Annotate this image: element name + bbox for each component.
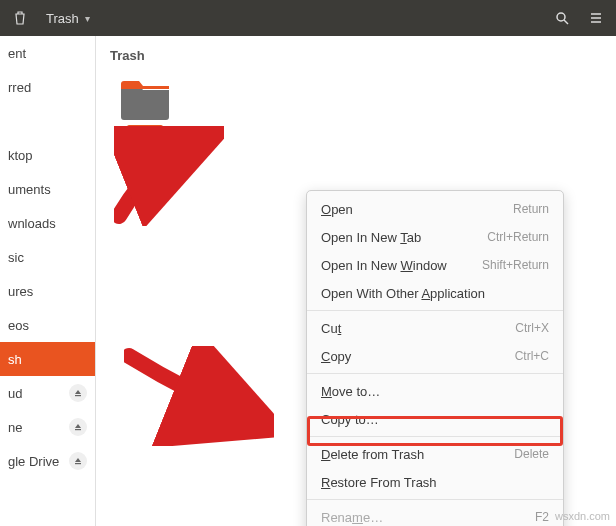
context-menu-label: Copy to… [321,412,379,427]
sidebar-item[interactable]: sic [0,240,95,274]
sidebar-item-label: eos [8,318,87,333]
path-bar[interactable]: Trash ▾ [40,9,96,28]
context-menu-item[interactable]: CopyCtrl+C [307,342,563,370]
menu-separator [307,436,563,437]
context-menu-accelerator: Ctrl+X [515,321,549,335]
sidebar-item[interactable]: ktop [0,138,95,172]
context-menu: OpenReturnOpen In New TabCtrl+ReturnOpen… [306,190,564,526]
context-menu-item[interactable]: Restore From Trash [307,468,563,496]
folder-icon [119,77,171,121]
back-button[interactable] [6,4,34,32]
context-menu-label: Open [321,202,353,217]
search-icon [555,11,569,25]
chevron-down-icon: ▾ [85,13,90,24]
sidebar-item[interactable]: wnloads [0,206,95,240]
context-menu-item[interactable]: Copy to… [307,405,563,433]
sidebar-item[interactable]: ent [0,36,95,70]
context-menu-label: Open In New Tab [321,230,421,245]
sidebar-item[interactable]: gle Drive [0,444,95,478]
eject-icon[interactable] [69,384,87,402]
context-menu-item[interactable]: Move to… [307,377,563,405]
context-menu-label: Cut [321,321,341,336]
context-menu-item[interactable]: OpenReturn [307,195,563,223]
eject-icon[interactable] [69,452,87,470]
context-menu-accelerator: Shift+Return [482,258,549,272]
svg-line-1 [564,20,568,24]
watermark: wsxdn.com [555,510,610,522]
sidebar-item[interactable]: sh [0,342,95,376]
titlebar-title: Trash [46,11,79,26]
context-menu-accelerator: F2 [535,510,549,524]
sidebar-item[interactable]: rred [0,70,95,104]
context-menu-accelerator: Ctrl+C [515,349,549,363]
sidebar-item[interactable]: eos [0,308,95,342]
folder-label: Files [127,125,162,141]
context-menu-label: Delete from Trash [321,447,424,462]
svg-marker-5 [75,390,81,394]
context-menu-label: Open With Other Application [321,286,485,301]
context-menu-label: Rename… [321,510,383,525]
sidebar-item-label: wnloads [8,216,87,231]
main-area: Trash Files OpenReturnOpen In New TabCtr… [96,36,616,526]
svg-rect-8 [75,429,81,430]
search-button[interactable] [548,4,576,32]
svg-marker-9 [75,458,81,462]
trash-icon [14,11,26,25]
context-menu-item[interactable]: Open In New WindowShift+Return [307,251,563,279]
sidebar-item-label: ne [8,420,61,435]
svg-rect-6 [75,395,81,396]
context-menu-label: Copy [321,349,351,364]
workspace: entrredktopumentswnloadssicureseosshudne… [0,36,616,526]
sidebar-item-label: ent [8,46,87,61]
sidebar-item-label: ures [8,284,87,299]
sidebar-item-label: sh [8,352,87,367]
context-menu-label: Restore From Trash [321,475,437,490]
context-menu-item[interactable]: Delete from TrashDelete [307,440,563,468]
sidebar-item-label: sic [8,250,87,265]
context-menu-label: Open In New Window [321,258,447,273]
sidebar-item-label: ud [8,386,61,401]
folder-item-files[interactable]: Files [110,77,180,141]
svg-rect-10 [75,463,81,464]
context-menu-accelerator: Return [513,202,549,216]
sidebar-item[interactable] [0,104,95,138]
files-area[interactable]: Files [96,69,616,149]
context-menu-item[interactable]: Open With Other Application [307,279,563,307]
hamburger-icon [589,11,603,25]
titlebar: Trash ▾ [0,0,616,36]
annotation-arrow-2 [124,346,274,446]
sidebar-item-label: gle Drive [8,454,61,469]
context-menu-accelerator: Delete [514,447,549,461]
context-menu-label: Move to… [321,384,380,399]
breadcrumb: Trash [96,36,616,69]
eject-icon[interactable] [69,418,87,436]
context-menu-accelerator: Ctrl+Return [487,230,549,244]
sidebar-item[interactable]: uments [0,172,95,206]
menu-separator [307,373,563,374]
sidebar: entrredktopumentswnloadssicureseosshudne… [0,36,96,526]
context-menu-item[interactable]: Open In New TabCtrl+Return [307,223,563,251]
context-menu-item: Rename…F2 [307,503,563,526]
sidebar-item[interactable]: ud [0,376,95,410]
menu-separator [307,310,563,311]
sidebar-item-label: rred [8,80,87,95]
sidebar-item-label: uments [8,182,87,197]
menu-button[interactable] [582,4,610,32]
sidebar-item-label: ktop [8,148,87,163]
context-menu-item[interactable]: CutCtrl+X [307,314,563,342]
svg-point-0 [557,13,565,21]
sidebar-item[interactable]: ures [0,274,95,308]
svg-marker-7 [75,424,81,428]
sidebar-item[interactable]: ne [0,410,95,444]
menu-separator [307,499,563,500]
